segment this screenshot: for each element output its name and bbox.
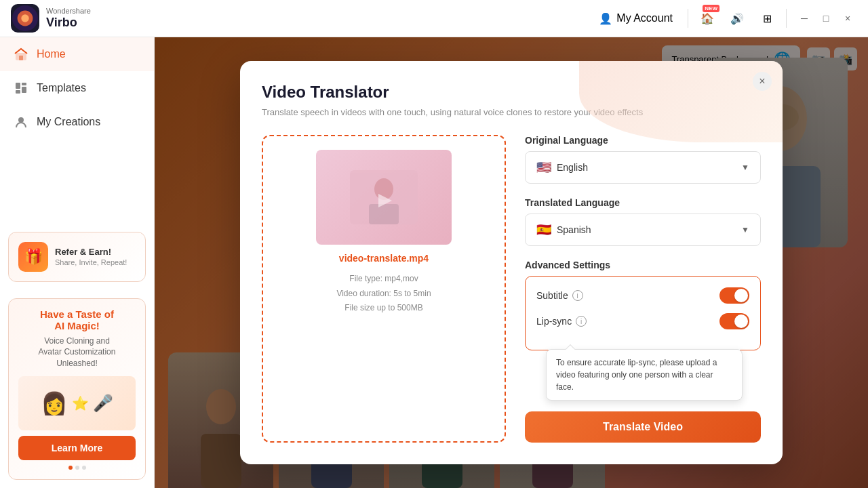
svg-rect-7 <box>22 87 26 93</box>
toggle-knob <box>734 289 748 302</box>
dot-1 <box>68 466 73 470</box>
settings-panel: Original Language 🇺🇸 English ▼ Translate… <box>525 135 761 443</box>
translated-language-select[interactable]: 🇪🇸 Spanish ▼ <box>525 214 761 246</box>
grid-icon-btn[interactable]: ⊞ <box>756 7 778 29</box>
svg-rect-8 <box>16 90 20 94</box>
home-nav-label: Home <box>37 48 66 60</box>
sidebar-item-home[interactable]: Home <box>0 37 154 71</box>
divider <box>688 9 688 28</box>
modal-backdrop: × Video Translator Translate speech in v… <box>155 37 868 488</box>
chevron-down-icon-2: ▼ <box>741 225 749 235</box>
translated-language-label: Translated Language <box>525 197 761 208</box>
refer-promo-card: 🎁 Refer & Earn! Share, Invite, Repeat! <box>8 232 146 282</box>
lipsync-label: Lip-sync i <box>536 316 587 327</box>
account-icon: 👤 <box>599 12 612 25</box>
ai-magic-illustration: 👩 ⭐ 🎤 <box>18 376 136 430</box>
flag-es: 🇪🇸 <box>536 222 551 237</box>
modal-header-bg <box>579 61 783 142</box>
home-icon-btn[interactable]: NEW 🏠 <box>696 7 718 29</box>
subtitle-toggle[interactable] <box>719 287 749 304</box>
chevron-down-icon: ▼ <box>741 163 749 172</box>
subtitle-label: Subtitle i <box>536 290 583 301</box>
sidebar-item-creations[interactable]: My Creations <box>0 105 154 139</box>
original-language-select[interactable]: 🇺🇸 English ▼ <box>525 151 761 184</box>
svg-rect-6 <box>22 83 26 85</box>
lipsync-setting-row: Lip-sync i <box>536 313 749 329</box>
original-language-label: Original Language <box>525 135 761 146</box>
title-bar: Wondershare Virbo 👤 My Account NEW 🏠 🔊 ⊞… <box>0 0 868 37</box>
video-preview <box>316 150 452 245</box>
svg-rect-4 <box>19 56 23 60</box>
modal-body: video-translate.mp4 File type: mp4,mov V… <box>262 135 761 443</box>
video-translator-modal: × Video Translator Translate speech in v… <box>240 61 783 465</box>
account-button[interactable]: 👤 My Account <box>592 8 679 29</box>
carousel-dots <box>18 466 136 470</box>
sidebar: Home Templates My Creations <box>0 37 155 488</box>
ai-magic-title: Have a Taste of AI Magic! <box>18 308 136 331</box>
content-area: Transparent Background 🌐 📷 📸 <box>155 37 868 488</box>
title-bar-right: 👤 My Account NEW 🏠 🔊 ⊞ ─ □ × <box>592 7 857 29</box>
tooltip-text: To ensure accurate lip-sync, please uplo… <box>556 358 717 392</box>
original-language-value: 🇺🇸 English <box>536 160 588 175</box>
main-layout: Home Templates My Creations <box>0 37 868 488</box>
lipsync-toggle-knob <box>734 314 748 328</box>
learn-more-button[interactable]: Learn More <box>18 436 136 460</box>
close-window-button[interactable]: × <box>838 9 857 28</box>
svg-rect-23 <box>369 204 399 224</box>
advanced-settings-label: Advanced Settings <box>525 260 761 270</box>
lipsync-tooltip: To ensure accurate lip-sync, please uplo… <box>546 349 743 401</box>
sound-icon-btn[interactable]: 🔊 <box>726 7 748 29</box>
svg-rect-5 <box>16 83 20 89</box>
upload-area[interactable]: video-translate.mp4 File type: mp4,mov V… <box>262 135 506 443</box>
modal-subtitle: Translate speech in videos with one touc… <box>262 106 761 119</box>
refer-promo-text: Refer & Earn! Share, Invite, Repeat! <box>55 247 127 266</box>
video-filename: video-translate.mp4 <box>339 253 429 264</box>
ai-magic-promo-card: Have a Taste of AI Magic! Voice Cloning … <box>8 298 146 480</box>
dot-2 <box>75 466 79 470</box>
gift-icon: 🎁 <box>18 242 48 272</box>
refer-title: Refer & Earn! <box>55 247 127 257</box>
modal-close-button[interactable]: × <box>753 72 772 91</box>
app-logo <box>11 4 39 33</box>
refer-subtitle: Share, Invite, Repeat! <box>55 258 127 266</box>
new-badge: NEW <box>703 5 719 12</box>
lipsync-info-icon[interactable]: i <box>576 316 587 327</box>
account-label: My Account <box>616 12 673 24</box>
subtitle-info-icon[interactable]: i <box>572 290 583 301</box>
video-file-type: File type: mp4,mov Video duration: 5s to… <box>336 272 431 316</box>
ai-magic-description: Voice Cloning and Avatar Customization U… <box>18 336 136 369</box>
subtitle-setting-row: Subtitle i <box>536 287 749 304</box>
lipsync-toggle[interactable] <box>719 313 749 329</box>
app-branding: Wondershare Virbo <box>11 4 91 33</box>
creations-nav-icon <box>14 115 28 129</box>
home-nav-icon <box>14 47 28 62</box>
svg-point-9 <box>18 117 24 123</box>
svg-point-2 <box>21 14 28 22</box>
app-name: Wondershare Virbo <box>46 7 91 30</box>
dot-3 <box>82 466 86 470</box>
translated-language-value: 🇪🇸 Spanish <box>536 222 591 237</box>
advanced-settings-panel: Subtitle i Lip-sync i <box>525 276 761 350</box>
tooltip-arrow <box>566 344 575 354</box>
flag-en: 🇺🇸 <box>536 160 551 175</box>
templates-nav-label: Templates <box>37 82 86 94</box>
translate-video-button[interactable]: Translate Video <box>525 411 761 443</box>
divider2 <box>786 9 787 28</box>
maximize-button[interactable]: □ <box>816 9 835 28</box>
creations-nav-label: My Creations <box>37 116 100 128</box>
minimize-button[interactable]: ─ <box>795 9 814 28</box>
templates-nav-icon <box>14 81 28 96</box>
sidebar-item-templates[interactable]: Templates <box>0 71 154 105</box>
modal-title: Video Translator <box>262 83 761 102</box>
window-controls: ─ □ × <box>795 9 857 28</box>
